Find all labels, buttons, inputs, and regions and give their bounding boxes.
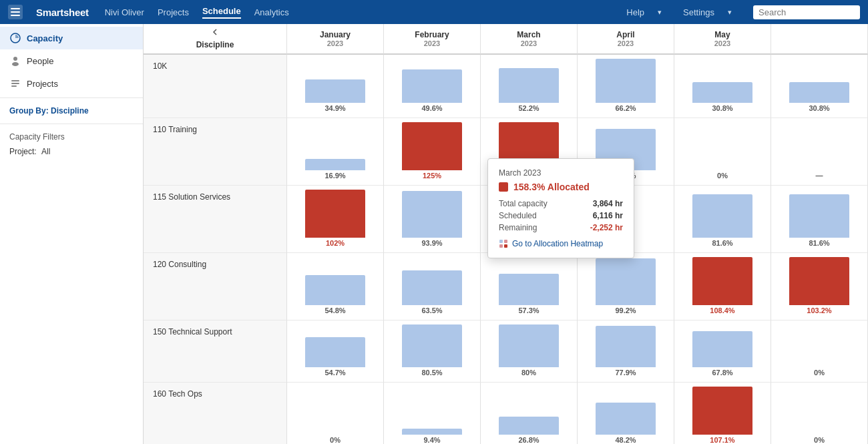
pct-label-2-1: 93.9%	[421, 239, 442, 248]
data-cell-2-4[interactable]: 81.6%	[674, 186, 771, 253]
data-cell-5-4[interactable]: 107.1%	[674, 383, 771, 444]
bar-1-1	[402, 122, 462, 170]
data-cell-4-0[interactable]: 54.7%	[287, 320, 384, 383]
pct-label-5-2: 26.8%	[518, 436, 539, 444]
data-cell-3-3[interactable]: 99.2%	[578, 253, 674, 320]
allocation-heatmap-link[interactable]: Go to Allocation Heatmap	[499, 239, 623, 248]
help-button[interactable]: Help	[626, 7, 644, 17]
search-input[interactable]	[753, 5, 860, 19]
data-cell-3-2[interactable]: 57.3%	[481, 253, 578, 320]
data-cell-1-4[interactable]: 0%	[674, 118, 771, 186]
bar-0-5	[789, 82, 849, 103]
year-label-2: 2023	[521, 39, 537, 47]
bar-container-3-2	[486, 257, 572, 306]
data-cell-2-5[interactable]: 81.6%	[771, 186, 868, 253]
bar-container-1-4	[680, 122, 765, 172]
nav-analytics[interactable]: Analytics	[254, 7, 289, 17]
tooltip-val-rem: -2,252 hr	[590, 223, 623, 232]
group-by-label: Group By:	[9, 106, 49, 116]
nav-schedule[interactable]: Schedule	[202, 6, 241, 19]
bar-3-4	[692, 257, 752, 305]
data-cell-0-3[interactable]: 66.2%	[578, 55, 674, 118]
svg-rect-11	[504, 240, 507, 243]
svg-rect-8	[11, 83, 19, 84]
tooltip-title: 158.3% Allocated	[499, 182, 623, 192]
data-cell-1-0[interactable]: 16.9%	[287, 118, 384, 186]
bar-0-4	[692, 82, 752, 103]
data-cell-5-3[interactable]: 48.2%	[578, 383, 674, 444]
data-cell-5-0[interactable]: 0%	[287, 383, 384, 444]
brand-name[interactable]: Smartsheet	[36, 7, 89, 18]
data-cell-4-2[interactable]: 80%	[481, 320, 578, 383]
user-name[interactable]: Nivi Oliver	[105, 7, 144, 17]
data-cell-3-0[interactable]: 54.8%	[287, 253, 384, 320]
data-cell-2-1[interactable]: 93.9%	[384, 186, 481, 253]
tooltip-pct-label: 158.3% Allocated	[513, 182, 590, 192]
bar-0-1	[402, 69, 462, 103]
data-cell-1-1[interactable]: 125%	[384, 118, 481, 186]
logo-icon[interactable]	[8, 5, 23, 19]
capacity-filters-label[interactable]: Capacity Filters	[0, 127, 143, 144]
bar-3-3	[596, 258, 656, 305]
pct-label-0-3: 66.2%	[615, 104, 636, 114]
data-cell-1-5[interactable]: —	[771, 118, 868, 186]
data-cell-0-0[interactable]: 34.9%	[287, 55, 384, 118]
bar-container-0-2	[486, 59, 572, 104]
pct-label-4-5: 0%	[814, 369, 825, 378]
bar-container-2-4	[680, 190, 765, 239]
bar-container-4-3	[583, 324, 668, 369]
month-label-3: April	[616, 30, 634, 39]
data-cell-2-0[interactable]: 102%	[287, 186, 384, 253]
tooltip-key-sched: Scheduled	[499, 211, 537, 220]
bar-container-5-3	[583, 387, 668, 436]
back-button[interactable]	[207, 28, 223, 36]
sidebar-item-capacity[interactable]: Capacity	[0, 27, 143, 49]
data-cell-0-1[interactable]: 49.6%	[384, 55, 481, 118]
bar-container-3-4	[680, 257, 765, 306]
project-all: Project: All	[0, 144, 143, 162]
pct-label-3-5: 103.2%	[807, 306, 831, 316]
year-label-3: 2023	[618, 39, 634, 47]
settings-button[interactable]: Settings	[683, 7, 714, 17]
nav-projects[interactable]: Projects	[158, 7, 189, 17]
data-cell-0-4[interactable]: 30.8%	[674, 55, 771, 118]
data-cell-5-2[interactable]: 26.8%	[481, 383, 578, 444]
bar-container-4-2	[486, 324, 572, 369]
data-cell-0-5[interactable]: 30.8%	[771, 55, 868, 118]
data-cell-5-1[interactable]: 9.4%	[384, 383, 481, 444]
header-month-0: January2023	[287, 24, 384, 55]
people-icon	[9, 55, 21, 67]
bar-container-1-1	[389, 122, 475, 172]
bar-container-3-1	[389, 257, 475, 306]
data-cell-3-1[interactable]: 63.5%	[384, 253, 481, 320]
sidebar-item-projects[interactable]: Projects	[0, 72, 143, 95]
data-cell-4-4[interactable]: 67.8%	[674, 320, 771, 383]
tooltip-val-sched: 6,116 hr	[593, 211, 623, 220]
pct-label-1-1: 125%	[423, 172, 441, 181]
data-cell-4-3[interactable]: 77.9%	[578, 320, 674, 383]
capacity-icon	[9, 32, 21, 44]
data-cell-4-5[interactable]: 0%	[771, 320, 868, 383]
data-cell-5-5[interactable]: 0%	[771, 383, 868, 444]
pct-label-5-0: 0%	[330, 436, 341, 444]
sidebar-divider2	[0, 124, 143, 124]
sidebar-item-people[interactable]: People	[0, 49, 143, 72]
bar-container-5-4	[680, 387, 765, 436]
tooltip-key-total: Total capacity	[499, 199, 548, 208]
data-cell-0-2[interactable]: 52.2%	[481, 55, 578, 118]
pct-label-3-1: 63.5%	[421, 306, 442, 316]
svg-point-6	[12, 62, 19, 66]
data-cell-4-1[interactable]: 80.5%	[384, 320, 481, 383]
bar-container-4-4	[680, 324, 765, 369]
tooltip-key-rem: Remaining	[499, 223, 537, 232]
heatmap-link-label: Go to Allocation Heatmap	[512, 239, 603, 248]
svg-rect-1	[11, 8, 20, 9]
data-cell-3-4[interactable]: 108.4%	[674, 253, 771, 320]
svg-point-5	[13, 57, 17, 61]
data-cell-3-5[interactable]: 103.2%	[771, 253, 868, 320]
bar-5-1	[402, 429, 462, 435]
data-cell-1-2[interactable]: 158.3% March 2023 158.3% Allocated Total…	[481, 118, 578, 186]
top-nav: Smartsheet Nivi Oliver Projects Schedule…	[0, 0, 868, 24]
header-discipline: Discipline	[144, 24, 287, 55]
pct-label-2-4: 81.6%	[712, 239, 732, 248]
